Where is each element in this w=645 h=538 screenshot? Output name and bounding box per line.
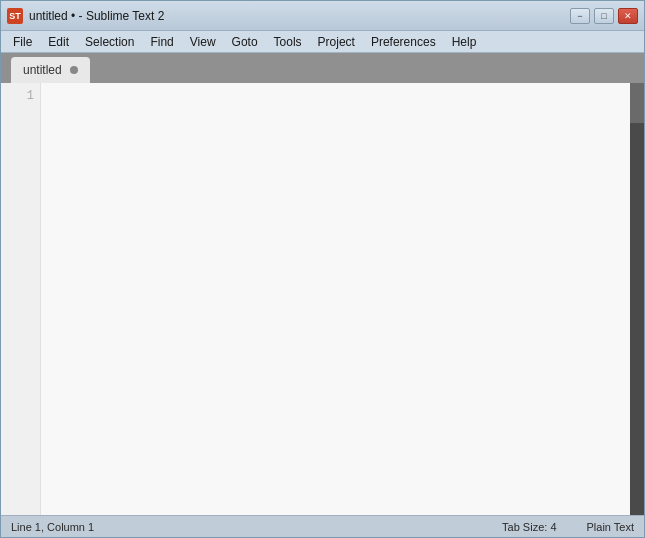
- syntax-type[interactable]: Plain Text: [587, 521, 635, 533]
- menu-goto[interactable]: Goto: [224, 33, 266, 51]
- menu-find[interactable]: Find: [142, 33, 181, 51]
- status-right: Tab Size: 4 Plain Text: [502, 521, 634, 533]
- menu-file[interactable]: File: [5, 33, 40, 51]
- menu-selection[interactable]: Selection: [77, 33, 142, 51]
- menu-view[interactable]: View: [182, 33, 224, 51]
- main-window: ST untitled • - Sublime Text 2 − □ ✕ Fil…: [0, 0, 645, 538]
- menu-help[interactable]: Help: [444, 33, 485, 51]
- close-button[interactable]: ✕: [618, 8, 638, 24]
- editor-content[interactable]: [41, 83, 630, 515]
- app-icon: ST: [7, 8, 23, 24]
- title-controls: − □ ✕: [570, 8, 638, 24]
- title-bar-left: ST untitled • - Sublime Text 2: [7, 8, 164, 24]
- minimize-button[interactable]: −: [570, 8, 590, 24]
- menu-preferences[interactable]: Preferences: [363, 33, 444, 51]
- tab-label: untitled: [23, 63, 62, 77]
- line-number-1: 1: [27, 87, 34, 105]
- line-numbers: 1: [1, 83, 41, 515]
- vertical-scrollbar[interactable]: [630, 83, 644, 515]
- scrollbar-thumb[interactable]: [630, 83, 644, 123]
- window-title: untitled • - Sublime Text 2: [29, 9, 164, 23]
- tab-untitled[interactable]: untitled: [11, 57, 90, 83]
- tab-modified-indicator: [70, 66, 78, 74]
- maximize-button[interactable]: □: [594, 8, 614, 24]
- status-bar: Line 1, Column 1 Tab Size: 4 Plain Text: [1, 515, 644, 537]
- cursor-position: Line 1, Column 1: [11, 521, 94, 533]
- tab-size: Tab Size: 4: [502, 521, 556, 533]
- menu-tools[interactable]: Tools: [266, 33, 310, 51]
- tab-bar: untitled: [1, 53, 644, 83]
- title-bar: ST untitled • - Sublime Text 2 − □ ✕: [1, 1, 644, 31]
- editor-area: 1: [1, 83, 644, 515]
- menu-project[interactable]: Project: [310, 33, 363, 51]
- menu-bar: File Edit Selection Find View Goto Tools…: [1, 31, 644, 53]
- menu-edit[interactable]: Edit: [40, 33, 77, 51]
